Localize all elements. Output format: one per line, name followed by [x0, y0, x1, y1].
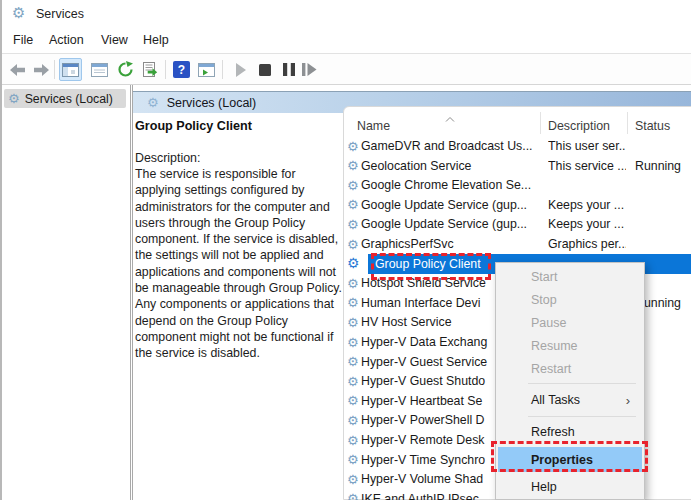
service-gear-icon: ⚙	[347, 159, 359, 172]
table-row[interactable]: ⚙ GameDVR and Broadcast Us... This user …	[343, 137, 691, 157]
submenu-arrow-icon: ›	[626, 393, 630, 408]
menu-item-help[interactable]: Help	[496, 475, 644, 499]
table-row[interactable]: ⚙ GraphicsPerfSvc Graphics per...	[343, 235, 691, 255]
menu-item-label: Refresh	[531, 425, 575, 439]
console-tree-panel: ⚙ Services (Local)	[2, 85, 129, 500]
menu-item-label: Help	[531, 480, 557, 494]
services-window: ⚙ Services File Action View Help ?	[0, 0, 691, 500]
service-name: Google Update Service (gup...	[361, 217, 539, 231]
stop-service-icon[interactable]	[253, 58, 276, 81]
service-name: GameDVR and Broadcast Us...	[361, 139, 539, 153]
pause-service-icon[interactable]	[277, 58, 300, 81]
pane-header-title: Services (Local)	[167, 96, 257, 110]
column-divider[interactable]	[540, 112, 541, 134]
selected-service-title: Group Policy Client	[135, 119, 252, 133]
service-gear-icon: ⚙	[347, 238, 359, 251]
help-glyph: ?	[173, 61, 190, 78]
service-name: GraphicsPerfSvc	[361, 237, 539, 251]
service-gear-icon: ⚙	[347, 336, 359, 349]
menu-item-restart[interactable]: Restart	[496, 357, 644, 380]
column-header-status[interactable]: Status	[635, 119, 670, 133]
service-name: Google Update Service (gup...	[361, 198, 539, 212]
menu-help[interactable]: Help	[143, 33, 169, 47]
help-icon[interactable]: ?	[170, 58, 193, 81]
menu-item-label: Start	[531, 270, 557, 284]
table-row[interactable]: ⚙ Geolocation Service This service ... R…	[343, 156, 691, 176]
refresh-icon[interactable]	[114, 58, 137, 81]
menu-view[interactable]: View	[101, 33, 128, 47]
service-status: Running	[635, 159, 691, 173]
service-gear-icon: ⚙	[347, 140, 359, 153]
menu-item-label: Resume	[531, 339, 578, 353]
services-gear-icon: ⚙	[8, 92, 20, 105]
back-icon[interactable]	[6, 58, 29, 81]
menu-item-start[interactable]: Start	[496, 265, 644, 288]
service-gear-icon: ⚙	[347, 296, 359, 309]
start-service-icon[interactable]	[229, 58, 252, 81]
service-description: Graphics per...	[548, 237, 626, 251]
service-gear-icon: ⚙	[347, 375, 359, 388]
service-gear-icon: ⚙	[347, 414, 359, 427]
menu-action[interactable]: Action	[49, 33, 84, 47]
service-gear-icon: ⚙	[347, 198, 359, 211]
service-gear-icon: ⚙	[347, 218, 359, 231]
service-description: This service ...	[548, 159, 626, 173]
description-label: Description:	[135, 151, 200, 165]
service-name: Geolocation Service	[361, 159, 539, 173]
services-app-icon: ⚙	[12, 6, 25, 21]
service-gear-icon: ⚙	[347, 256, 360, 270]
menu-bar: File Action View Help	[2, 28, 691, 54]
sort-ascending-icon[interactable]	[445, 108, 455, 126]
service-gear-icon: ⚙	[347, 434, 359, 447]
service-gear-icon: ⚙	[347, 473, 359, 486]
service-description-text: The service is responsible for applying …	[135, 166, 343, 362]
show-action-pane-icon[interactable]	[195, 58, 218, 81]
service-description: Keeps your ...	[548, 217, 626, 231]
column-header-description[interactable]: Description	[548, 119, 610, 133]
properties-window-icon[interactable]	[88, 58, 111, 81]
table-row[interactable]: ⚙ Google Chrome Elevation Se...	[343, 176, 691, 196]
toolbar-separator	[54, 60, 55, 79]
service-description: This user ser...	[548, 139, 626, 153]
service-gear-icon: ⚙	[347, 453, 359, 466]
service-description: Keeps your ...	[548, 198, 626, 212]
panel-divider[interactable]	[130, 85, 133, 500]
menu-item-label: Pause	[531, 316, 566, 330]
restart-service-icon[interactable]	[298, 58, 321, 81]
menu-file[interactable]: File	[13, 33, 33, 47]
service-gear-icon: ⚙	[347, 394, 359, 407]
menu-item-all-tasks[interactable]: All Tasks ›	[496, 387, 644, 413]
toolbar-separator	[222, 60, 223, 79]
services-gear-icon: ⚙	[147, 96, 159, 109]
window-title: Services	[36, 7, 84, 21]
table-row[interactable]: ⚙ Google Update Service (gup... Keeps yo…	[343, 195, 691, 215]
tree-item-services-local[interactable]: ⚙ Services (Local)	[4, 89, 126, 108]
menu-item-label: Restart	[531, 362, 571, 376]
column-divider[interactable]	[627, 112, 628, 134]
service-gear-icon: ⚙	[347, 316, 359, 329]
export-list-icon[interactable]	[139, 58, 162, 81]
title-bar: ⚙ Services	[2, 0, 691, 28]
show-console-tree-icon[interactable]	[59, 58, 82, 81]
tree-item-label: Services (Local)	[25, 92, 113, 106]
menu-item-label: All Tasks	[531, 393, 580, 407]
annotation-box-properties	[491, 441, 648, 472]
column-header-name[interactable]: Name	[357, 119, 390, 133]
menu-separator	[496, 413, 644, 420]
menu-item-resume[interactable]: Resume	[496, 334, 644, 357]
menu-item-label: Stop	[531, 293, 557, 307]
service-gear-icon: ⚙	[347, 355, 359, 368]
menu-item-pause[interactable]: Pause	[496, 311, 644, 334]
annotation-box-group-policy-client	[371, 253, 491, 280]
toolbar: ?	[2, 54, 691, 85]
menu-separator	[496, 380, 644, 387]
table-row[interactable]: ⚙ Google Update Service (gup... Keeps yo…	[343, 215, 691, 235]
toolbar-separator	[165, 60, 166, 79]
forward-icon[interactable]	[30, 58, 53, 81]
service-name: Google Chrome Elevation Se...	[361, 178, 539, 192]
menu-item-stop[interactable]: Stop	[496, 288, 644, 311]
service-gear-icon: ⚙	[347, 277, 359, 290]
service-gear-icon: ⚙	[347, 179, 359, 192]
service-gear-icon: ⚙	[347, 492, 359, 500]
